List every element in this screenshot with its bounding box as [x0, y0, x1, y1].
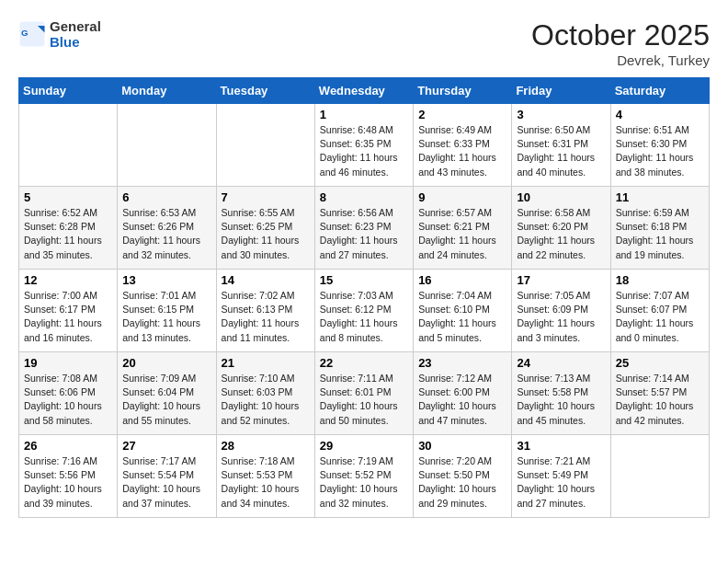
day-number: 13: [122, 273, 210, 287]
weekday-header-tuesday: Tuesday: [216, 78, 314, 104]
day-info: Sunrise: 7:05 AM Sunset: 6:09 PM Dayligh…: [517, 289, 605, 345]
logo-general: General: [50, 18, 101, 34]
day-info: Sunrise: 6:50 AM Sunset: 6:31 PM Dayligh…: [517, 123, 605, 179]
day-info: Sunrise: 7:08 AM Sunset: 6:06 PM Dayligh…: [24, 372, 112, 428]
day-info: Sunrise: 7:11 AM Sunset: 6:01 PM Dayligh…: [320, 372, 408, 428]
day-info: Sunrise: 7:17 AM Sunset: 5:54 PM Dayligh…: [122, 454, 210, 511]
day-number: 7: [222, 190, 310, 204]
day-number: 28: [222, 439, 310, 453]
day-info: Sunrise: 6:55 AM Sunset: 6:25 PM Dayligh…: [222, 206, 310, 262]
day-number: 29: [320, 439, 408, 453]
calendar-cell: [216, 104, 314, 187]
day-number: 24: [517, 356, 605, 370]
day-info: Sunrise: 7:03 AM Sunset: 6:12 PM Dayligh…: [320, 289, 408, 345]
calendar-cell: [19, 104, 118, 187]
calendar-cell: 18Sunrise: 7:07 AM Sunset: 6:07 PM Dayli…: [610, 270, 709, 352]
day-number: 18: [616, 273, 704, 287]
day-number: 21: [222, 356, 310, 370]
day-number: 23: [418, 356, 506, 370]
calendar-cell: 15Sunrise: 7:03 AM Sunset: 6:12 PM Dayli…: [314, 270, 413, 352]
day-info: Sunrise: 7:20 AM Sunset: 5:50 PM Dayligh…: [418, 454, 506, 511]
calendar-cell: 9Sunrise: 6:57 AM Sunset: 6:21 PM Daylig…: [414, 187, 512, 270]
day-number: 1: [320, 108, 408, 121]
weekday-header-row: SundayMondayTuesdayWednesdayThursdayFrid…: [19, 78, 710, 104]
calendar-cell: 4Sunrise: 6:51 AM Sunset: 6:30 PM Daylig…: [610, 104, 709, 187]
calendar-cell: 2Sunrise: 6:49 AM Sunset: 6:33 PM Daylig…: [414, 104, 512, 187]
day-number: 26: [24, 439, 112, 453]
day-number: 30: [418, 439, 506, 453]
calendar-cell: [118, 104, 216, 187]
calendar-cell: 25Sunrise: 7:14 AM Sunset: 5:57 PM Dayli…: [610, 352, 709, 435]
calendar-cell: 1Sunrise: 6:48 AM Sunset: 6:35 PM Daylig…: [314, 104, 413, 187]
calendar-cell: 14Sunrise: 7:02 AM Sunset: 6:13 PM Dayli…: [216, 270, 314, 352]
week-row-2: 5Sunrise: 6:52 AM Sunset: 6:28 PM Daylig…: [19, 187, 710, 270]
calendar-cell: 16Sunrise: 7:04 AM Sunset: 6:10 PM Dayli…: [414, 270, 512, 352]
calendar-cell: 29Sunrise: 7:19 AM Sunset: 5:52 PM Dayli…: [314, 435, 413, 518]
day-number: 12: [24, 273, 112, 287]
day-info: Sunrise: 6:57 AM Sunset: 6:21 PM Dayligh…: [418, 206, 506, 262]
day-info: Sunrise: 7:07 AM Sunset: 6:07 PM Dayligh…: [616, 289, 704, 345]
day-number: 27: [122, 439, 210, 453]
calendar-cell: 6Sunrise: 6:53 AM Sunset: 6:26 PM Daylig…: [118, 187, 216, 270]
day-info: Sunrise: 7:13 AM Sunset: 5:58 PM Dayligh…: [517, 372, 605, 428]
day-number: 14: [222, 273, 310, 287]
calendar-cell: 3Sunrise: 6:50 AM Sunset: 6:31 PM Daylig…: [512, 104, 610, 187]
calendar-cell: 28Sunrise: 7:18 AM Sunset: 5:53 PM Dayli…: [216, 435, 314, 518]
calendar-cell: 30Sunrise: 7:20 AM Sunset: 5:50 PM Dayli…: [414, 435, 512, 518]
day-info: Sunrise: 6:53 AM Sunset: 6:26 PM Dayligh…: [122, 206, 210, 262]
location-subtitle: Devrek, Turkey: [531, 52, 710, 68]
calendar-cell: 22Sunrise: 7:11 AM Sunset: 6:01 PM Dayli…: [314, 352, 413, 435]
day-number: 5: [24, 190, 112, 204]
day-number: 15: [320, 273, 408, 287]
weekday-header-wednesday: Wednesday: [314, 78, 413, 104]
calendar-table: SundayMondayTuesdayWednesdayThursdayFrid…: [18, 77, 710, 518]
day-info: Sunrise: 7:21 AM Sunset: 5:49 PM Dayligh…: [517, 454, 605, 511]
day-number: 2: [418, 108, 506, 121]
calendar-cell: 23Sunrise: 7:12 AM Sunset: 6:00 PM Dayli…: [414, 352, 512, 435]
calendar-cell: 5Sunrise: 6:52 AM Sunset: 6:28 PM Daylig…: [19, 187, 118, 270]
day-number: 8: [320, 190, 408, 204]
day-number: 4: [616, 108, 704, 121]
day-info: Sunrise: 6:49 AM Sunset: 6:33 PM Dayligh…: [418, 123, 506, 179]
svg-text:G: G: [21, 28, 28, 38]
page-header: G General Blue October 2025 Devrek, Turk…: [18, 18, 710, 68]
week-row-1: 1Sunrise: 6:48 AM Sunset: 6:35 PM Daylig…: [19, 104, 710, 187]
day-info: Sunrise: 7:10 AM Sunset: 6:03 PM Dayligh…: [222, 372, 310, 428]
day-info: Sunrise: 6:56 AM Sunset: 6:23 PM Dayligh…: [320, 206, 408, 262]
calendar-cell: 7Sunrise: 6:55 AM Sunset: 6:25 PM Daylig…: [216, 187, 314, 270]
day-info: Sunrise: 7:19 AM Sunset: 5:52 PM Dayligh…: [320, 454, 408, 511]
calendar-cell: 17Sunrise: 7:05 AM Sunset: 6:09 PM Dayli…: [512, 270, 610, 352]
calendar-cell: 19Sunrise: 7:08 AM Sunset: 6:06 PM Dayli…: [19, 352, 118, 435]
calendar-cell: 12Sunrise: 7:00 AM Sunset: 6:17 PM Dayli…: [19, 270, 118, 352]
weekday-header-thursday: Thursday: [414, 78, 512, 104]
week-row-4: 19Sunrise: 7:08 AM Sunset: 6:06 PM Dayli…: [19, 352, 710, 435]
calendar-cell: 10Sunrise: 6:58 AM Sunset: 6:20 PM Dayli…: [512, 187, 610, 270]
day-number: 16: [418, 273, 506, 287]
day-info: Sunrise: 7:09 AM Sunset: 6:04 PM Dayligh…: [122, 372, 210, 428]
weekday-header-sunday: Sunday: [19, 78, 118, 104]
calendar-cell: [610, 435, 709, 518]
day-number: 6: [122, 190, 210, 204]
day-number: 25: [616, 356, 704, 370]
day-number: 20: [122, 356, 210, 370]
day-info: Sunrise: 7:16 AM Sunset: 5:56 PM Dayligh…: [24, 454, 112, 511]
logo: G General Blue: [18, 18, 101, 50]
logo-icon: G: [18, 20, 46, 48]
day-info: Sunrise: 7:04 AM Sunset: 6:10 PM Dayligh…: [418, 289, 506, 345]
weekday-header-monday: Monday: [118, 78, 216, 104]
day-info: Sunrise: 6:58 AM Sunset: 6:20 PM Dayligh…: [517, 206, 605, 262]
day-number: 11: [616, 190, 704, 204]
day-info: Sunrise: 6:59 AM Sunset: 6:18 PM Dayligh…: [616, 206, 704, 262]
calendar-cell: 8Sunrise: 6:56 AM Sunset: 6:23 PM Daylig…: [314, 187, 413, 270]
day-number: 19: [24, 356, 112, 370]
day-number: 31: [517, 439, 605, 453]
day-info: Sunrise: 6:52 AM Sunset: 6:28 PM Dayligh…: [24, 206, 112, 262]
logo-blue: Blue: [50, 34, 101, 50]
calendar-cell: 21Sunrise: 7:10 AM Sunset: 6:03 PM Dayli…: [216, 352, 314, 435]
day-info: Sunrise: 7:18 AM Sunset: 5:53 PM Dayligh…: [222, 454, 310, 511]
day-info: Sunrise: 7:01 AM Sunset: 6:15 PM Dayligh…: [122, 289, 210, 345]
week-row-5: 26Sunrise: 7:16 AM Sunset: 5:56 PM Dayli…: [19, 435, 710, 518]
week-row-3: 12Sunrise: 7:00 AM Sunset: 6:17 PM Dayli…: [19, 270, 710, 352]
title-block: October 2025 Devrek, Turkey: [531, 18, 710, 68]
day-number: 9: [418, 190, 506, 204]
